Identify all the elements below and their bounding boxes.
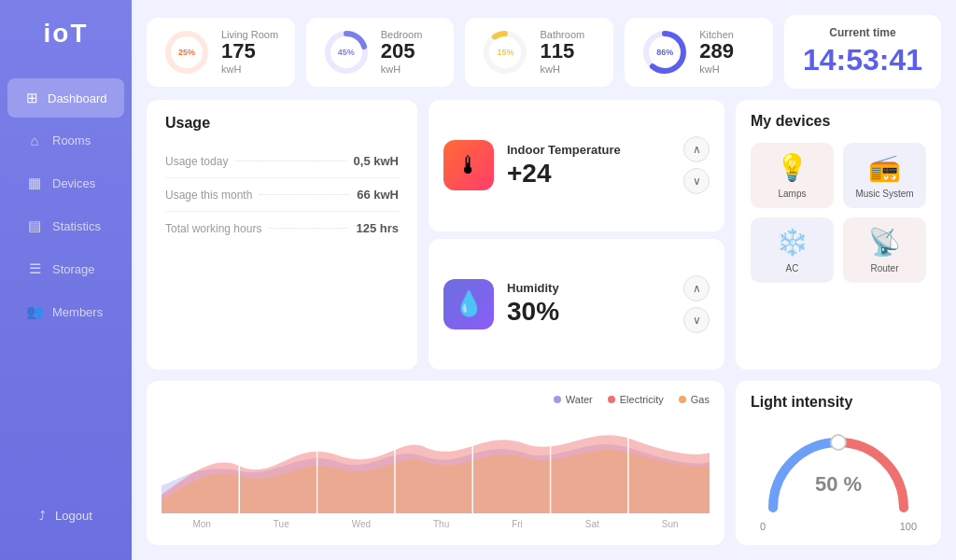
donut-living-room: 25%: [162, 27, 212, 77]
donut-label-kitchen: 86%: [656, 48, 673, 57]
room-unit-kitchen: kwH: [699, 63, 734, 75]
temp-decrease-button[interactable]: ∨: [683, 168, 710, 194]
chart-area: [162, 411, 710, 513]
light-min-label: 0: [760, 521, 766, 532]
sidebar-item-label: Storage: [52, 262, 95, 276]
humid-increase-button[interactable]: ∧: [683, 275, 710, 301]
legend-water: Water: [554, 394, 593, 405]
usage-dots-today: [235, 161, 345, 161]
devices-panel: My devices 💡 Lamps 📻 Music System ❄️ AC …: [736, 100, 941, 370]
device-card-music-system[interactable]: 📻 Music System: [843, 143, 926, 208]
sensor-panel: 🌡 Indoor Temperature +24 ∧ ∨ 💧 Humidity: [429, 100, 724, 370]
dashboard-icon: ⊞: [26, 90, 38, 106]
room-value-kitchen: 289: [699, 40, 734, 63]
devices-icon: ▦: [26, 175, 43, 191]
light-gauge-labels: 0 100: [751, 521, 926, 532]
light-knob[interactable]: [831, 435, 846, 450]
members-icon: 👥: [26, 303, 43, 320]
svg-text:50 %: 50 %: [815, 472, 862, 496]
gas-label: Gas: [691, 394, 710, 405]
chart-day-sun: Sun: [662, 519, 679, 529]
sidebar-item-dashboard[interactable]: ⊞ Dashboard: [7, 78, 124, 118]
sidebar: ioT ⊞ Dashboard ⌂ Rooms ▦ Devices ▤ Stat…: [0, 0, 132, 560]
room-value-bathroom: 115: [540, 40, 584, 63]
device-card-ac[interactable]: ❄️ AC: [751, 217, 834, 283]
chart-panel: Water Electricity Gas: [147, 381, 724, 545]
sensor-controls-temperature: ∧ ∨: [683, 136, 710, 194]
middle-row: Usage Usage today 0,5 kwH Usage this mon…: [147, 100, 941, 370]
chart-day-sat: Sat: [585, 519, 599, 529]
statistics-icon: ▤: [26, 217, 43, 234]
water-dot: [554, 396, 561, 403]
humidity-icon-box: 💧: [443, 279, 494, 329]
logout-label: Logout: [55, 509, 92, 523]
sensor-info-humidity: Humidity 30%: [507, 281, 670, 327]
water-label: Water: [566, 394, 593, 405]
electricity-dot: [608, 396, 615, 403]
chart-day-tue: Tue: [274, 519, 289, 529]
room-info-living-room: Living Room 175 kwH: [221, 29, 278, 74]
usage-row-month: Usage this month 66 kwH: [165, 178, 399, 212]
room-card-living-room: 25% Living Room 175 kwH: [147, 18, 295, 87]
donut-bedroom: 45%: [321, 27, 372, 77]
time-value: 14:53:41: [803, 43, 922, 77]
donut-label-living-room: 25%: [178, 48, 195, 57]
sidebar-item-devices[interactable]: ▦ Devices: [7, 163, 124, 203]
chart-labels: Mon Tue Wed Thu Fri Sat Sun: [162, 519, 710, 529]
room-cards: 25% Living Room 175 kwH 45%: [147, 18, 773, 87]
gas-dot: [679, 396, 686, 403]
time-label: Current time: [803, 26, 922, 39]
donut-label-bathroom: 15%: [497, 48, 513, 57]
room-unit-bathroom: kwH: [540, 63, 584, 75]
usage-label-month: Usage this month: [165, 189, 252, 202]
room-card-bedroom: 45% Bedroom 205 kwH: [306, 18, 455, 87]
sidebar-item-label: Members: [52, 305, 103, 319]
router-icon: 📡: [868, 227, 901, 258]
sensor-value-temperature: +24: [507, 159, 670, 189]
usage-row-hours: Total working hours 125 hrs: [165, 212, 399, 245]
ac-icon: ❄️: [776, 227, 808, 258]
usage-dots-hours: [269, 228, 348, 229]
sidebar-item-members[interactable]: 👥 Members: [7, 292, 124, 331]
sidebar-item-storage[interactable]: ☰ Storage: [7, 249, 124, 288]
room-card-bathroom: 15% Bathroom 115 kwH: [465, 18, 613, 87]
logout-button[interactable]: ⤴ Logout: [21, 497, 111, 534]
room-info-bathroom: Bathroom 115 kwH: [540, 29, 584, 74]
chart-day-mon: Mon: [192, 519, 210, 529]
usage-val-hours: 125 hrs: [356, 221, 399, 235]
sidebar-item-label: Statistics: [52, 219, 101, 233]
device-card-router[interactable]: 📡 Router: [843, 217, 926, 283]
room-value-bedroom: 205: [381, 40, 423, 63]
room-unit-living-room: kwH: [221, 63, 278, 75]
sidebar-item-label: Devices: [52, 176, 95, 190]
device-card-lamps[interactable]: 💡 Lamps: [751, 143, 834, 208]
logout-icon: ⤴: [39, 509, 46, 523]
usage-label-today: Usage today: [165, 155, 228, 168]
chart-day-wed: Wed: [352, 519, 371, 529]
sidebar-item-rooms[interactable]: ⌂ Rooms: [7, 121, 124, 160]
usage-panel: Usage Usage today 0,5 kwH Usage this mon…: [147, 100, 417, 370]
chart-svg: [162, 411, 710, 513]
ac-label: AC: [786, 263, 799, 273]
router-label: Router: [870, 263, 898, 273]
usage-val-month: 66 kwH: [357, 188, 399, 202]
room-info-kitchen: Kitchen 289 kwH: [699, 29, 734, 74]
light-panel: Light intensity 50 % 0 100: [736, 381, 941, 545]
time-widget: Current time 14:53:41: [784, 15, 941, 89]
temp-increase-button[interactable]: ∧: [683, 136, 710, 162]
temperature-icon-box: 🌡: [443, 140, 494, 190]
donut-kitchen: 86%: [640, 27, 690, 77]
donut-bathroom: 15%: [480, 27, 530, 77]
sidebar-item-statistics[interactable]: ▤ Statistics: [7, 206, 124, 245]
room-unit-bedroom: kwH: [381, 63, 423, 75]
main-content: 25% Living Room 175 kwH 45%: [132, 0, 956, 560]
sensor-card-temperature: 🌡 Indoor Temperature +24 ∧ ∨: [429, 100, 724, 231]
music-system-label: Music System: [855, 189, 913, 199]
lamps-label: Lamps: [778, 189, 806, 199]
humidity-icon: 💧: [454, 289, 484, 318]
storage-icon: ☰: [26, 260, 43, 277]
humid-decrease-button[interactable]: ∨: [683, 307, 710, 333]
thermometer-icon: 🌡: [457, 151, 481, 180]
music-system-icon: 📻: [868, 152, 901, 183]
sensor-controls-humidity: ∧ ∨: [683, 275, 710, 333]
